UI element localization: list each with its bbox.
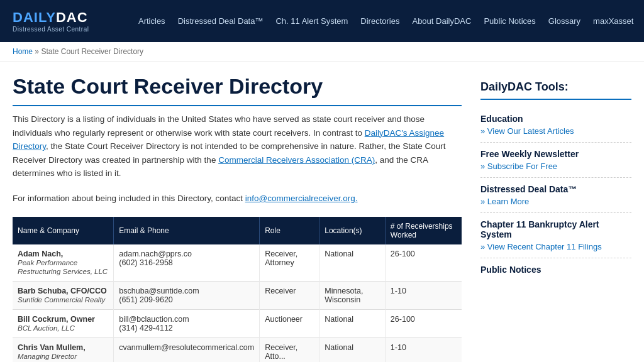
cell-email-phone: bschuba@suntide.com(651) 209-9620 bbox=[114, 281, 260, 309]
col-location: Location(s) bbox=[319, 217, 386, 244]
logo-daily: DAILY bbox=[13, 9, 56, 25]
breadcrumb-separator: » bbox=[35, 47, 39, 56]
sidebar-link-articles[interactable]: » View Our Latest Articles bbox=[480, 126, 631, 136]
contact-line: For information about being included in … bbox=[13, 192, 462, 206]
site-header: DAILYDAC Distressed Asset Central Articl… bbox=[0, 0, 644, 42]
sidebar: DailyDAC Tools: Education » View Our Lat… bbox=[480, 74, 631, 362]
logo-title: DAILYDAC bbox=[13, 9, 113, 26]
page-title: State Court Receiver Directory bbox=[13, 74, 462, 106]
breadcrumb-home[interactable]: Home bbox=[13, 47, 33, 56]
nav-glossary[interactable]: Glossary bbox=[548, 16, 580, 26]
cell-name-company: Bill Cockrum, OwnerBCL Auction, LLC bbox=[13, 309, 114, 337]
cell-name-company: Chris Van Mullem,Managing Director bbox=[13, 337, 114, 362]
table-row: Chris Van Mullem,Managing Directorcvanmu… bbox=[13, 337, 462, 362]
nav-public-notices[interactable]: Public Notices bbox=[484, 16, 535, 26]
cell-location: National bbox=[319, 309, 386, 337]
sidebar-link-subscribe[interactable]: » Subscribe For Free bbox=[480, 162, 631, 171]
sidebar-section-distressed: Distressed Deal Data™ » Learn More bbox=[480, 178, 631, 213]
contact-email-link[interactable]: info@commercialreceiver.org. bbox=[245, 194, 358, 203]
sidebar-section-title-newsletter: Free Weekly Newsletter bbox=[480, 149, 631, 159]
cell-receiverships: 26-100 bbox=[385, 309, 462, 337]
sidebar-section-title-education: Education bbox=[480, 114, 631, 124]
table-row: Bill Cockrum, OwnerBCL Auction, LLCbill@… bbox=[13, 309, 462, 337]
cell-email-phone: adam.nach@pprs.co(602) 316-2958 bbox=[114, 244, 260, 282]
cell-role: Receiver bbox=[260, 281, 319, 309]
sidebar-link-chapter11[interactable]: » View Recent Chapter 11 Filings bbox=[480, 242, 631, 251]
logo: DAILYDAC Distressed Asset Central bbox=[13, 9, 113, 33]
col-role: Role bbox=[260, 217, 319, 244]
nav-distressed-deal[interactable]: Distressed Deal Data™ bbox=[178, 16, 264, 26]
nav-maxxasset[interactable]: maxXasset bbox=[593, 16, 633, 26]
cell-email-phone: cvanmullem@resolutecommerical.com bbox=[114, 337, 260, 362]
page-description: This Directory is a listing of individua… bbox=[13, 112, 462, 180]
nav-about[interactable]: About DailyDAC bbox=[412, 16, 471, 26]
cell-location: National bbox=[319, 244, 386, 282]
col-name-company: Name & Company bbox=[13, 217, 114, 244]
sidebar-section-education: Education » View Our Latest Articles bbox=[480, 107, 631, 143]
table-row: Barb Schuba, CFO/CCOSuntide Commercial R… bbox=[13, 281, 462, 309]
sidebar-tools-title: DailyDAC Tools: bbox=[480, 80, 631, 100]
content-area: State Court Receiver Directory This Dire… bbox=[13, 74, 462, 362]
sidebar-section-chapter11: Chapter 11 Bankruptcy Alert System » Vie… bbox=[480, 213, 631, 258]
contact-text: For information about being included in … bbox=[13, 194, 245, 203]
logo-subtitle: Distressed Asset Central bbox=[13, 26, 113, 33]
cell-role: Auctioneer bbox=[260, 309, 319, 337]
sidebar-section-public-notices: Public Notices bbox=[480, 258, 631, 283]
nav-directories[interactable]: Directories bbox=[360, 16, 399, 26]
logo-dac: DAC bbox=[56, 9, 88, 25]
breadcrumb: Home » State Court Receiver Directory bbox=[0, 42, 644, 62]
nav-ch11[interactable]: Ch. 11 Alert System bbox=[275, 16, 348, 26]
directory-table: Name & Company Email & Phone Role Locati… bbox=[13, 217, 462, 362]
main-wrapper: State Court Receiver Directory This Dire… bbox=[0, 62, 644, 362]
sidebar-section-title-public-notices: Public Notices bbox=[480, 265, 631, 275]
sidebar-section-title-distressed: Distressed Deal Data™ bbox=[480, 184, 631, 194]
cell-role: Receiver, Atto... bbox=[260, 337, 319, 362]
cell-receiverships: 1-10 bbox=[385, 281, 462, 309]
sidebar-section-newsletter: Free Weekly Newsletter » Subscribe For F… bbox=[480, 143, 631, 178]
cell-receiverships: 1-10 bbox=[385, 337, 462, 362]
cell-location: Minnesota, Wisconsin bbox=[319, 281, 386, 309]
desc-text-1: This Directory is a listing of individua… bbox=[13, 114, 425, 138]
breadcrumb-current: State Court Receiver Directory bbox=[41, 47, 143, 56]
cell-location: National bbox=[319, 337, 386, 362]
sidebar-section-title-chapter11: Chapter 11 Bankruptcy Alert System bbox=[480, 219, 631, 239]
cell-role: Receiver, Attorney bbox=[260, 244, 319, 282]
cell-email-phone: bill@bclauction.com(314) 429-4112 bbox=[114, 309, 260, 337]
sidebar-link-learn-more[interactable]: » Learn More bbox=[480, 197, 631, 206]
nav-articles[interactable]: Articles bbox=[138, 16, 165, 26]
cell-name-company: Barb Schuba, CFO/CCOSuntide Commercial R… bbox=[13, 281, 114, 309]
table-header-row: Name & Company Email & Phone Role Locati… bbox=[13, 217, 462, 244]
cra-link[interactable]: Commercial Receivers Association (CRA) bbox=[218, 155, 375, 165]
cell-name-company: Adam Nach,Peak Performance Restructuring… bbox=[13, 244, 114, 282]
cell-receiverships: 26-100 bbox=[385, 244, 462, 282]
table-row: Adam Nach,Peak Performance Restructuring… bbox=[13, 244, 462, 282]
col-email-phone: Email & Phone bbox=[114, 217, 260, 244]
main-nav: Articles Distressed Deal Data™ Ch. 11 Al… bbox=[138, 15, 644, 27]
col-receiverships: # of Receiverships Worked bbox=[385, 217, 462, 244]
